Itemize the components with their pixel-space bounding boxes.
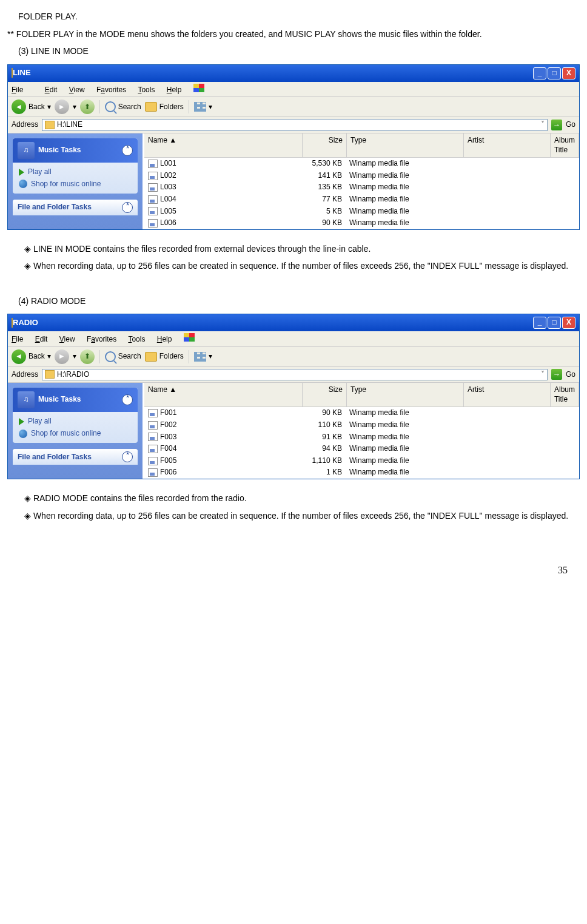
section3-bullet2: ◈ When recording data, up to 256 files c…: [7, 258, 580, 274]
menu-tools[interactable]: Tools: [138, 86, 155, 94]
menu-view[interactable]: View: [69, 86, 85, 94]
search-button[interactable]: Search: [105, 101, 141, 112]
music-tasks-header: Music Tasks: [38, 395, 81, 405]
file-icon: [148, 183, 158, 192]
file-list: Name ▲ Size Type Artist Album Title F001…: [144, 383, 579, 479]
views-button[interactable]: ▾: [194, 102, 212, 112]
side-panel: ♫Music Tasks˄ Play all Shop for music on…: [8, 133, 143, 229]
maximize-button[interactable]: □: [548, 317, 561, 329]
back-button[interactable]: ◄Back ▾: [12, 99, 51, 114]
column-headers[interactable]: Name ▲ Size Type Artist Album Title: [144, 133, 579, 158]
section3-title: (3) LINE IN MODE: [7, 43, 580, 59]
search-icon: [105, 351, 116, 362]
folder-icon: [145, 352, 157, 362]
file-icon: [148, 172, 158, 180]
section3-bullet1: ◈ LINE IN MODE contains the files record…: [7, 241, 580, 257]
table-row[interactable]: F00391 KBWinamp media file: [144, 431, 579, 443]
table-row[interactable]: F00190 KBWinamp media file: [144, 407, 579, 419]
file-folder-tasks-header[interactable]: File and Folder Tasks: [18, 453, 92, 462]
menu-view[interactable]: View: [59, 335, 75, 343]
explorer-window-radio: RADIO _□X File Edit View Favorites Tools…: [7, 314, 580, 479]
minimize-button[interactable]: _: [533, 67, 546, 79]
sort-asc-icon: ▲: [169, 385, 176, 394]
up-button[interactable]: ⬆: [80, 349, 95, 364]
menu-help[interactable]: Help: [157, 335, 172, 343]
play-icon: [19, 169, 24, 176]
shop-music-link[interactable]: Shop for music online: [19, 428, 132, 440]
menu-edit[interactable]: Edit: [35, 335, 48, 343]
windows-flag-icon[interactable]: [193, 84, 204, 92]
go-button[interactable]: →: [551, 369, 562, 380]
menu-tools[interactable]: Tools: [128, 335, 145, 343]
file-icon: [148, 433, 158, 441]
table-row[interactable]: L0015,530 KBWinamp media file: [144, 158, 579, 170]
toolbar: ◄Back ▾ ►▾ ⬆ Search Folders ▾: [8, 97, 579, 117]
table-row[interactable]: L00690 KBWinamp media file: [144, 217, 579, 229]
menu-file[interactable]: File: [12, 335, 23, 343]
views-button[interactable]: ▾: [194, 352, 212, 362]
folders-button[interactable]: Folders: [145, 352, 184, 362]
section4-title: (4) RADIO MODE: [7, 293, 580, 309]
menu-favorites[interactable]: Favorites: [96, 86, 126, 94]
folder-icon: [45, 370, 55, 379]
search-icon: [105, 101, 116, 112]
file-icon: [148, 160, 158, 168]
column-headers[interactable]: Name ▲ Size Type Artist Album Title: [144, 383, 579, 407]
table-row[interactable]: F0051,110 KBWinamp media file: [144, 455, 579, 467]
go-label: Go: [566, 120, 575, 130]
menu-edit[interactable]: Edit: [45, 86, 58, 94]
address-field[interactable]: H:\RADIO˅: [42, 369, 548, 381]
file-folder-tasks-header[interactable]: File and Folder Tasks: [18, 203, 92, 212]
up-button[interactable]: ⬆: [80, 99, 95, 114]
table-row[interactable]: L00477 KBWinamp media file: [144, 194, 579, 206]
music-tasks-header: Music Tasks: [38, 146, 81, 155]
address-text: H:\RADIO: [57, 370, 89, 380]
collapse-icon[interactable]: ˄: [122, 145, 133, 156]
table-row[interactable]: F0061 KBWinamp media file: [144, 467, 579, 479]
menu-help[interactable]: Help: [167, 86, 182, 94]
table-row[interactable]: F002110 KBWinamp media file: [144, 419, 579, 431]
menu-favorites[interactable]: Favorites: [87, 335, 116, 343]
play-all-link[interactable]: Play all: [19, 166, 132, 178]
views-icon: [194, 102, 206, 112]
table-row[interactable]: F00494 KBWinamp media file: [144, 443, 579, 455]
music-icon: ♫: [18, 142, 35, 159]
play-all-link[interactable]: Play all: [19, 416, 132, 428]
menu-file[interactable]: File: [12, 86, 33, 94]
maximize-button[interactable]: □: [548, 67, 561, 79]
intro-line1: FOLDER PLAY.: [7, 8, 580, 25]
titlebar[interactable]: RADIO _□X: [8, 314, 579, 331]
chevron-down-icon[interactable]: ˅: [541, 370, 545, 380]
address-field[interactable]: H:\LINE˅: [42, 119, 548, 131]
shop-music-link[interactable]: Shop for music online: [19, 178, 132, 191]
file-icon: [148, 219, 158, 228]
forward-button[interactable]: ►: [55, 99, 69, 114]
go-label: Go: [566, 370, 575, 380]
file-icon: [148, 457, 158, 465]
titlebar[interactable]: LINE _□X: [8, 65, 579, 82]
table-row[interactable]: L002141 KBWinamp media file: [144, 170, 579, 182]
close-button[interactable]: X: [562, 67, 575, 79]
windows-flag-icon[interactable]: [184, 333, 195, 342]
folders-button[interactable]: Folders: [145, 102, 184, 112]
menu-bar: File Edit View Favorites Tools Help: [8, 331, 579, 347]
forward-button[interactable]: ►: [55, 349, 69, 364]
globe-icon: [19, 180, 27, 188]
table-row[interactable]: L003135 KBWinamp media file: [144, 181, 579, 194]
chevron-down-icon[interactable]: ˅: [541, 120, 545, 130]
collapse-icon[interactable]: ˄: [122, 202, 133, 213]
search-button[interactable]: Search: [105, 351, 141, 362]
file-list: Name ▲ Size Type Artist Album Title L001…: [144, 133, 579, 229]
go-button[interactable]: →: [551, 120, 562, 130]
views-icon: [194, 352, 206, 362]
file-icon: [148, 421, 158, 430]
window-title: LINE: [13, 68, 31, 77]
section4-bullet1: ◈ RADIO MODE contains the files recorded…: [7, 490, 580, 507]
back-button[interactable]: ◄Back ▾: [12, 349, 51, 364]
table-row[interactable]: L0055 KBWinamp media file: [144, 206, 579, 218]
address-label: Address: [12, 370, 38, 380]
collapse-icon[interactable]: ˄: [122, 451, 133, 462]
close-button[interactable]: X: [562, 317, 575, 329]
minimize-button[interactable]: _: [533, 317, 546, 329]
collapse-icon[interactable]: ˄: [122, 394, 133, 405]
